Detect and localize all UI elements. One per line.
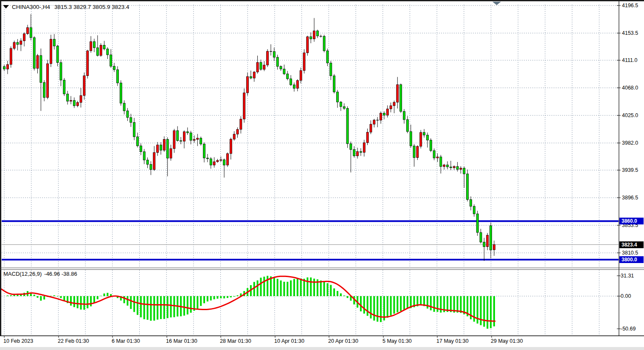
- candle-body: [323, 36, 325, 51]
- candle-body: [420, 132, 422, 146]
- candle-body: [3, 67, 6, 69]
- candle-body: [467, 174, 469, 199]
- symbol-dropdown-icon[interactable]: [3, 5, 9, 8]
- candle-body: [343, 106, 345, 108]
- candle-body: [353, 149, 355, 156]
- candle-body: [93, 42, 95, 48]
- time-tick-label: 6 Mar 01:30: [112, 338, 140, 344]
- candle-body: [393, 102, 395, 106]
- candle-body: [463, 168, 465, 174]
- candle-body: [17, 42, 19, 45]
- candle-body: [160, 145, 162, 150]
- candle-body: [250, 76, 252, 78]
- candle-body: [73, 101, 75, 106]
- price-tick-label: 3896.5: [622, 194, 638, 201]
- candle-body: [493, 245, 495, 250]
- time-tick-label: 16 Mar 01:30: [166, 338, 197, 344]
- bar-shift-marker: [492, 2, 501, 5]
- candle-body: [360, 151, 362, 152]
- candle-body: [307, 37, 309, 53]
- candle-body: [473, 206, 475, 214]
- macd-indicator-label: MACD(12,26,9) -46.96 -38.86: [3, 271, 77, 277]
- candle-body: [210, 159, 212, 165]
- price-tick-label: 3982.0: [622, 140, 638, 146]
- candle-body: [103, 45, 105, 49]
- candle-body: [447, 165, 449, 167]
- candle-body: [163, 139, 165, 150]
- candle-body: [10, 48, 12, 64]
- time-axis[interactable]: [0, 336, 644, 346]
- candle-body: [40, 56, 42, 83]
- candle-body: [177, 131, 179, 141]
- candle-body: [113, 66, 115, 70]
- candle-body: [30, 28, 32, 38]
- candle-body: [80, 95, 82, 102]
- candle-body: [397, 84, 399, 102]
- candle-body: [260, 62, 262, 70]
- candle-body: [263, 65, 265, 69]
- candle-body: [366, 132, 368, 143]
- candle-body: [100, 45, 102, 56]
- candle-body: [450, 167, 452, 168]
- candle-body: [287, 74, 289, 79]
- macd-name: MACD(12,26,9): [3, 271, 42, 277]
- candle-body: [240, 119, 242, 129]
- candle-body: [340, 102, 342, 107]
- candle-body: [460, 168, 462, 169]
- time-tick-label: 10 Feb 2023: [3, 338, 33, 344]
- candle-body: [123, 103, 125, 111]
- candle-body: [150, 164, 152, 169]
- candle-body: [87, 51, 89, 76]
- candle-body: [116, 70, 118, 83]
- candle-body: [276, 57, 278, 67]
- candle-body: [440, 157, 442, 167]
- candle-body: [423, 132, 425, 135]
- price-tick-label: 3810.5: [622, 249, 638, 256]
- candle-body: [127, 111, 129, 118]
- candle-body: [170, 148, 172, 158]
- time-tick-label: 10 Apr 01:30: [274, 338, 304, 344]
- candle-body: [70, 101, 72, 101]
- candle-body: [96, 48, 98, 55]
- candlestick-macd-chart[interactable]: [0, 0, 644, 350]
- candle-body: [200, 138, 202, 144]
- candle-body: [133, 123, 135, 137]
- candle-body: [230, 139, 232, 154]
- candle-body: [383, 113, 385, 115]
- candle-body: [470, 199, 472, 206]
- chart-window: CHINA300-,H4 3815.3 3829.7 3805.9 3823.4…: [0, 0, 644, 350]
- price-tick-label: 4153.5: [622, 30, 638, 36]
- candle-body: [76, 102, 79, 106]
- symbol-timeframe-label: CHINA300-,H4: [12, 4, 50, 10]
- price-tick-label: 4196.5: [622, 2, 638, 9]
- time-tick-label: 20 Apr 01:30: [328, 338, 358, 344]
- candle-body: [410, 132, 412, 146]
- candle-body: [67, 94, 69, 101]
- candle-body: [280, 66, 282, 69]
- candle-body: [487, 235, 489, 246]
- candle-body: [56, 46, 59, 63]
- candle-body: [363, 143, 365, 152]
- candle-body: [350, 144, 352, 150]
- candle-body: [337, 92, 339, 102]
- candle-body: [357, 151, 359, 156]
- candle-body: [273, 51, 275, 57]
- candle-body: [480, 232, 482, 242]
- candle-body: [476, 214, 478, 232]
- candle-body: [456, 166, 458, 169]
- candle-body: [153, 153, 155, 170]
- chart-title: CHINA300-,H4 3815.3 3829.7 3805.9 3823.4: [3, 3, 129, 11]
- candle-body: [63, 80, 65, 94]
- candle-body: [37, 56, 39, 68]
- candle-body: [197, 138, 199, 140]
- candle-body: [186, 132, 188, 133]
- candle-body: [243, 93, 245, 119]
- candle-body: [190, 133, 192, 140]
- candle-body: [193, 140, 195, 140]
- macd-values: -46.96 -38.86: [44, 271, 77, 277]
- candle-body: [130, 118, 132, 123]
- price-tick-label: 4111.0: [622, 57, 637, 64]
- candle-body: [370, 124, 372, 132]
- candle-body: [217, 160, 219, 162]
- candle-body: [426, 135, 428, 140]
